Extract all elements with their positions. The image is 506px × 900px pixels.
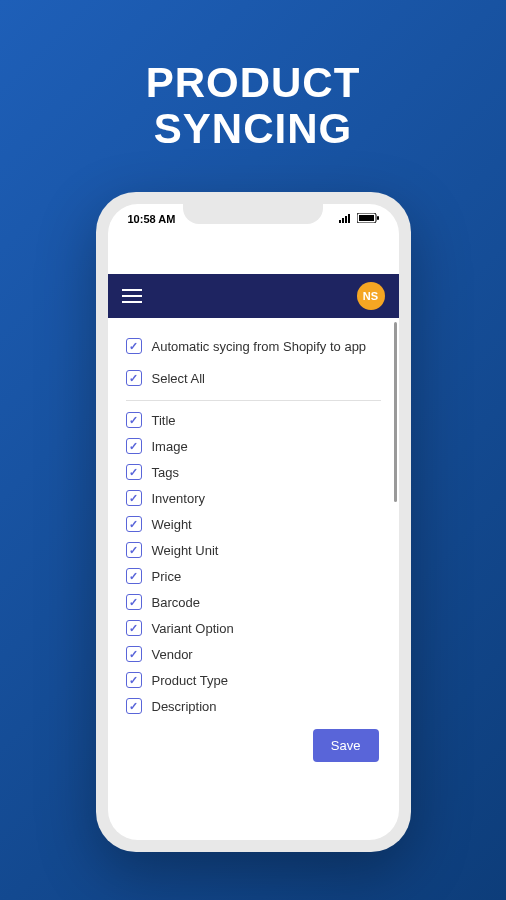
avatar-initials: NS bbox=[363, 290, 378, 302]
automatic-sync-row[interactable]: Automatic sycing from Shopify to app bbox=[126, 330, 381, 362]
items-list: TitleImageTagsInventoryWeightWeight Unit… bbox=[126, 407, 381, 719]
sync-item-checkbox[interactable] bbox=[126, 412, 142, 428]
sync-item-checkbox[interactable] bbox=[126, 698, 142, 714]
sync-item-label: Product Type bbox=[152, 673, 228, 688]
phone-notch bbox=[183, 204, 323, 224]
sync-item-checkbox[interactable] bbox=[126, 672, 142, 688]
avatar[interactable]: NS bbox=[357, 282, 385, 310]
sync-item-row[interactable]: Weight Unit bbox=[126, 537, 381, 563]
sync-item-label: Inventory bbox=[152, 491, 205, 506]
sync-item-row[interactable]: Barcode bbox=[126, 589, 381, 615]
sync-item-row[interactable]: Variant Option bbox=[126, 615, 381, 641]
sync-item-row[interactable]: Title bbox=[126, 407, 381, 433]
sync-item-checkbox[interactable] bbox=[126, 490, 142, 506]
sync-item-label: Title bbox=[152, 413, 176, 428]
automatic-sync-checkbox[interactable] bbox=[126, 338, 142, 354]
save-button[interactable]: Save bbox=[313, 729, 379, 762]
sync-item-row[interactable]: Image bbox=[126, 433, 381, 459]
svg-rect-6 bbox=[377, 216, 379, 220]
sync-item-checkbox[interactable] bbox=[126, 646, 142, 662]
sync-item-row[interactable]: Tags bbox=[126, 459, 381, 485]
sync-item-label: Price bbox=[152, 569, 182, 584]
sync-item-checkbox[interactable] bbox=[126, 568, 142, 584]
svg-rect-0 bbox=[339, 220, 341, 223]
sync-item-checkbox[interactable] bbox=[126, 620, 142, 636]
select-all-label: Select All bbox=[152, 371, 205, 386]
phone-frame: 10:58 AM NS Automatic s bbox=[96, 192, 411, 852]
status-time: 10:58 AM bbox=[128, 213, 176, 225]
sync-item-checkbox[interactable] bbox=[126, 516, 142, 532]
hero-title: PRODUCT SYNCING bbox=[146, 60, 361, 152]
scroll-indicator[interactable] bbox=[394, 322, 397, 502]
sync-item-row[interactable]: Weight bbox=[126, 511, 381, 537]
divider bbox=[126, 400, 381, 401]
sync-item-label: Barcode bbox=[152, 595, 200, 610]
content-area: Automatic sycing from Shopify to app Sel… bbox=[108, 318, 399, 840]
sync-item-label: Weight Unit bbox=[152, 543, 219, 558]
select-all-row[interactable]: Select All bbox=[126, 362, 381, 394]
sync-item-checkbox[interactable] bbox=[126, 464, 142, 480]
sync-item-row[interactable]: Product Type bbox=[126, 667, 381, 693]
status-icons bbox=[339, 213, 379, 225]
app-header: NS bbox=[108, 274, 399, 318]
signal-icon bbox=[339, 213, 353, 225]
hero-title-line2: SYNCING bbox=[146, 106, 361, 152]
sync-item-label: Tags bbox=[152, 465, 179, 480]
sync-item-label: Vendor bbox=[152, 647, 193, 662]
svg-rect-3 bbox=[348, 214, 350, 223]
sync-item-label: Variant Option bbox=[152, 621, 234, 636]
sync-item-label: Image bbox=[152, 439, 188, 454]
svg-rect-2 bbox=[345, 216, 347, 223]
hamburger-menu-icon[interactable] bbox=[122, 289, 142, 303]
sync-item-label: Weight bbox=[152, 517, 192, 532]
svg-rect-5 bbox=[359, 215, 374, 221]
sync-item-label: Description bbox=[152, 699, 217, 714]
sync-item-row[interactable]: Vendor bbox=[126, 641, 381, 667]
sync-item-row[interactable]: Inventory bbox=[126, 485, 381, 511]
battery-icon bbox=[357, 213, 379, 225]
sync-item-checkbox[interactable] bbox=[126, 594, 142, 610]
sync-item-checkbox[interactable] bbox=[126, 438, 142, 454]
select-all-checkbox[interactable] bbox=[126, 370, 142, 386]
automatic-sync-label: Automatic sycing from Shopify to app bbox=[152, 339, 367, 354]
sync-item-checkbox[interactable] bbox=[126, 542, 142, 558]
sync-item-row[interactable]: Price bbox=[126, 563, 381, 589]
save-button-label: Save bbox=[331, 738, 361, 753]
sync-item-row[interactable]: Description bbox=[126, 693, 381, 719]
hero-title-line1: PRODUCT bbox=[146, 60, 361, 106]
svg-rect-1 bbox=[342, 218, 344, 223]
phone-screen: 10:58 AM NS Automatic s bbox=[108, 204, 399, 840]
